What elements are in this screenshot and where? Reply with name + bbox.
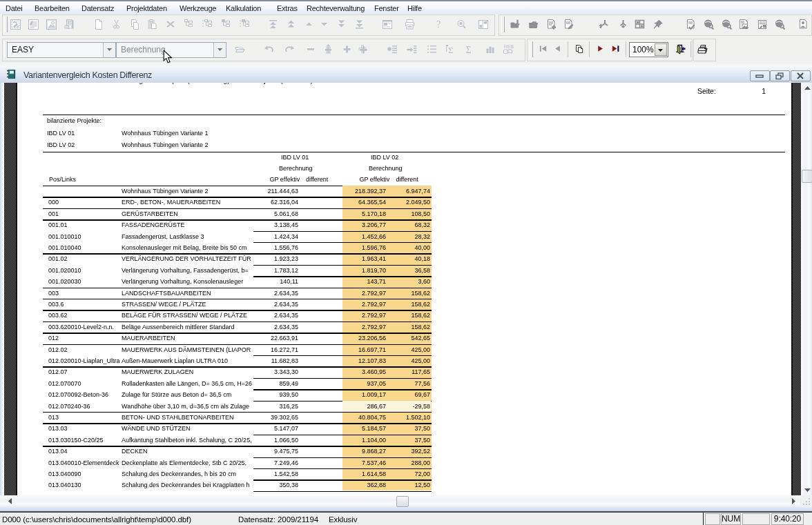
move-down-icon[interactable] — [318, 19, 330, 30]
reb-book-icon[interactable]: REB — [502, 43, 514, 55]
remove-icon[interactable] — [305, 43, 317, 55]
add-up-icon[interactable] — [322, 43, 334, 55]
add-multi-icon[interactable] — [357, 43, 369, 55]
globe-search-icon[interactable] — [703, 19, 715, 30]
search-globe-icon[interactable] — [456, 19, 467, 30]
import-folder-icon[interactable] — [510, 19, 521, 30]
print-icon[interactable] — [404, 19, 416, 30]
delete-icon[interactable] — [165, 19, 177, 30]
nav-last-icon[interactable] — [610, 43, 622, 55]
document-check-icon[interactable] — [685, 19, 697, 30]
menu-datei[interactable]: Datei — [6, 4, 22, 12]
status-panel-empty1 — [705, 513, 720, 525]
menu-datensatz[interactable]: Datensatz — [81, 4, 114, 12]
globe-search-icon[interactable] — [721, 19, 733, 30]
document-edit-icon[interactable] — [563, 19, 574, 30]
pin-icon[interactable] — [652, 19, 664, 30]
vertical-scrollbar-thumb[interactable] — [802, 170, 812, 183]
mdi-window-titlebar[interactable]: Variantenvergleich Kosten Differenz — [0, 66, 812, 83]
redo-icon[interactable] — [283, 43, 295, 55]
project-name: Wohnhaus Tübingen Variante 2 — [122, 141, 209, 148]
exit-door-icon[interactable] — [675, 43, 687, 55]
chart-bars-icon[interactable] — [485, 43, 496, 55]
profile-combobox[interactable]: EASY — [7, 42, 116, 58]
window-grid-icon[interactable] — [634, 19, 646, 30]
branch-merge-icon[interactable] — [598, 19, 610, 30]
move-up-icon[interactable] — [303, 19, 315, 30]
tree-structure-icon[interactable] — [183, 19, 195, 30]
cell-pos: 013.04 — [48, 446, 68, 457]
toolbar-grip[interactable] — [4, 17, 8, 32]
menu-kalkulation[interactable]: Kalkulation — [226, 4, 261, 12]
undo-icon[interactable] — [264, 43, 276, 55]
report-icon[interactable] — [28, 19, 39, 30]
folder-icon[interactable] — [528, 19, 539, 30]
zoom-combobox-arrow[interactable] — [655, 43, 667, 56]
restore-button[interactable] — [770, 70, 790, 81]
menu-bearbeiten[interactable]: Bearbeiten — [35, 4, 70, 12]
catalog-icon[interactable] — [64, 19, 75, 30]
document-add-icon[interactable] — [545, 19, 557, 30]
menu-hilfe[interactable]: Hilfe — [407, 4, 422, 12]
branch-down-icon[interactable] — [617, 19, 629, 30]
menu-rechteverwaltung[interactable]: Rechteverwaltung — [307, 4, 365, 12]
minimize-button[interactable] — [750, 70, 770, 81]
tree-branch-dotted-icon[interactable] — [239, 19, 251, 30]
move-up-double-icon[interactable] — [285, 19, 297, 30]
insert-position-icon[interactable] — [387, 43, 398, 55]
horizontal-scrollbar-thumb[interactable] — [396, 496, 409, 507]
split-window-icon[interactable] — [478, 19, 490, 30]
menu-werkzeuge[interactable]: Werkzeuge — [180, 4, 216, 12]
scroll-down-button[interactable] — [801, 484, 812, 495]
menu-extras[interactable]: Extras — [277, 4, 298, 12]
open-folder-icon[interactable] — [234, 43, 246, 55]
form-view-icon[interactable] — [382, 19, 394, 30]
sigma-icon[interactable]: Σ — [463, 43, 475, 55]
tree-structure-dotted-icon[interactable] — [202, 19, 213, 30]
globe-search-icon[interactable] — [774, 19, 786, 30]
new-document-icon[interactable] — [93, 19, 104, 30]
vertical-scrollbar[interactable] — [801, 83, 812, 495]
slideshow-icon[interactable] — [10, 19, 21, 30]
document-image-icon[interactable] — [738, 19, 750, 30]
scroll-up-button[interactable] — [801, 83, 812, 95]
paste-icon[interactable] — [146, 19, 158, 30]
nav-next-icon[interactable] — [595, 43, 607, 55]
tree-branch-icon[interactable] — [220, 19, 232, 30]
cell-pos: 013.040010-Elementdeck — [48, 457, 119, 468]
cut-icon[interactable] — [110, 19, 122, 30]
move-right-icon[interactable] — [406, 43, 418, 55]
image-icon[interactable] — [46, 19, 57, 30]
copy-pages-icon[interactable] — [573, 43, 585, 55]
menu-fenster[interactable]: Fenster — [374, 4, 399, 12]
menu-projektdaten[interactable]: Projektdaten — [126, 4, 167, 12]
move-down-double-icon[interactable] — [336, 19, 347, 30]
table-row: 012.02MAUERWERK AUS DÄMMSTEINEN (LIAPOR1… — [17, 344, 791, 355]
nav-first-icon[interactable] — [538, 43, 550, 55]
close-button[interactable] — [791, 70, 811, 81]
copy-icon[interactable] — [129, 19, 141, 30]
toolbar-grip[interactable] — [530, 41, 533, 57]
horizontal-scrollbar[interactable] — [0, 495, 800, 507]
toolbar-grip[interactable] — [501, 17, 505, 32]
cell-diff: 2.049,50 — [376, 197, 430, 208]
calc-sigma-icon[interactable]: Σ — [445, 43, 456, 55]
zoom-combobox[interactable]: 100% — [629, 42, 668, 57]
numbered-list-icon[interactable] — [426, 43, 438, 55]
move-first-icon[interactable] — [267, 19, 279, 30]
mode-combobox-arrow[interactable] — [213, 43, 226, 57]
row-rule — [253, 491, 432, 492]
profile-combobox-arrow[interactable] — [103, 43, 115, 57]
cell-pos: 001.010040 — [48, 242, 81, 253]
printer-icon[interactable] — [697, 43, 708, 55]
document-user-icon[interactable] — [798, 19, 809, 30]
move-last-icon[interactable] — [354, 19, 365, 30]
help-icon[interactable]: ? — [434, 19, 445, 30]
cell-gp1: 1.424,34 — [242, 231, 298, 242]
scroll-left-button[interactable] — [4, 495, 16, 507]
scroll-right-button[interactable] — [788, 495, 800, 507]
form-edit-icon[interactable] — [757, 19, 768, 30]
cell-desc: Deckenplatte als Elementdecke, Stb C 20/… — [122, 457, 246, 468]
nav-prev-icon[interactable] — [552, 43, 564, 55]
add-icon[interactable] — [341, 43, 353, 55]
